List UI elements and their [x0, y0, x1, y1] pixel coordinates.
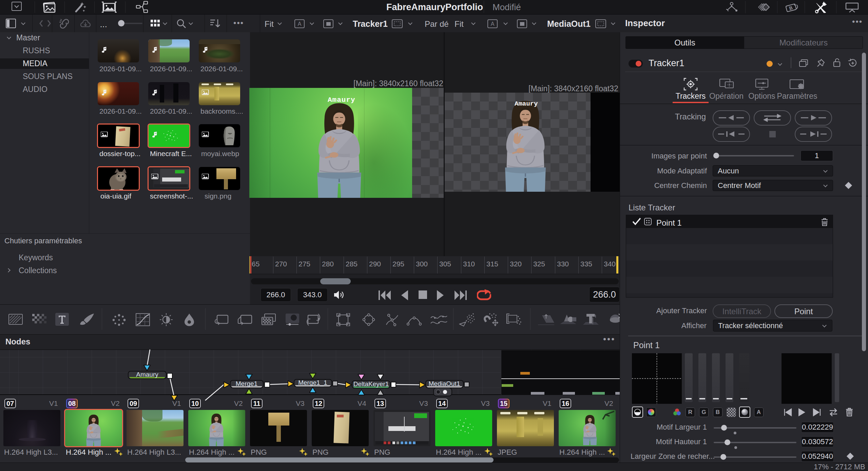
- svg-text:A: A: [491, 21, 495, 27]
- svg-text:MediaOut1: MediaOut1: [429, 380, 460, 387]
- svg-text:Amaury: Amaury: [136, 371, 158, 378]
- svg-text:B: B: [788, 5, 793, 11]
- svg-text:Merge1: Merge1: [236, 380, 257, 387]
- svg-text:Merge1_1: Merge1_1: [298, 379, 327, 387]
- svg-text:DeltaKeyer1: DeltaKeyer1: [353, 380, 389, 388]
- svg-text:A: A: [298, 21, 302, 27]
